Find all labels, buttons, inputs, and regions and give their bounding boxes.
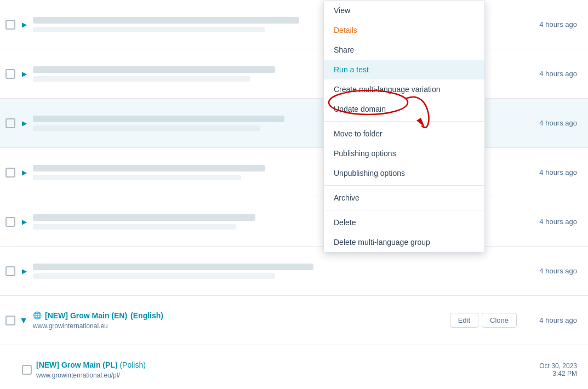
row-checkbox[interactable] xyxy=(5,20,15,30)
table-row: ▶ 4 hours ago xyxy=(0,247,588,296)
menu-item-unpublishing-options[interactable]: Unpublishing options xyxy=(324,163,484,183)
chevron-right-icon[interactable]: ▶ xyxy=(20,267,28,276)
action-buttons: Edit Clone xyxy=(450,313,517,328)
page-url: www.growinternational.eu xyxy=(33,322,443,330)
table-row: ▶ 4 hours ago xyxy=(0,49,588,99)
chevron-right-icon[interactable]: ▶ xyxy=(20,218,28,226)
row-title-blur xyxy=(33,66,275,73)
menu-divider xyxy=(324,185,484,186)
row-title-blur xyxy=(33,116,284,122)
table-row: ▶ 4 hours ago xyxy=(0,148,588,197)
row-checkbox[interactable] xyxy=(5,69,15,79)
time-cell: 4 hours ago xyxy=(517,168,583,176)
chevron-right-icon[interactable]: ▶ xyxy=(20,20,28,29)
table-row: ▶ 4 hours ago xyxy=(0,0,588,49)
time-cell: 4 hours ago xyxy=(517,20,583,28)
page-name-en[interactable]: 🌐 [NEW] Grow Main (EN) (English) xyxy=(33,311,443,320)
menu-item-delete-multi-lang[interactable]: Delete multi-language group xyxy=(324,232,484,252)
table-row: ▶ 4 hours ago xyxy=(0,99,588,148)
edit-button[interactable]: Edit xyxy=(450,313,478,328)
menu-item-create-multi[interactable]: Create multi-language variation xyxy=(324,79,484,99)
menu-item-archive[interactable]: Archive xyxy=(324,188,484,208)
grow-main-en-row: ▶ 🌐 [NEW] Grow Main (EN) (English) www.g… xyxy=(0,296,588,345)
menu-divider xyxy=(324,121,484,122)
page-name-pl[interactable]: [NEW] Grow Main (PL) (Polish) xyxy=(36,361,517,369)
row-title-blur xyxy=(33,165,265,171)
row-checkbox[interactable] xyxy=(5,168,15,178)
table-area: ▶ 4 hours ago ▶ 4 hours ago ▶ xyxy=(0,0,588,389)
row-title-blur xyxy=(33,264,313,270)
page-url-pl: www.growinternational.eu/pl/ xyxy=(36,371,517,379)
row-content: 🌐 [NEW] Grow Main (EN) (English) www.gro… xyxy=(33,311,443,330)
row-content xyxy=(33,264,517,279)
chevron-down-icon[interactable]: ▶ xyxy=(20,316,28,325)
row-subtitle-blur xyxy=(33,175,241,180)
row-subtitle-blur xyxy=(33,273,275,279)
chevron-right-icon[interactable]: ▶ xyxy=(20,168,28,177)
page-container: ▶ 4 hours ago ▶ 4 hours ago ▶ xyxy=(0,0,588,389)
menu-item-publishing-options[interactable]: Publishing options xyxy=(324,144,484,163)
menu-item-update-domain[interactable]: Update domain xyxy=(324,99,484,119)
chevron-right-icon[interactable]: ▶ xyxy=(20,119,28,128)
menu-divider xyxy=(324,210,484,210)
row-content: [NEW] Grow Main (PL) (Polish) www.growin… xyxy=(36,361,517,379)
row-subtitle-blur xyxy=(33,27,265,32)
row-title-blur xyxy=(33,214,255,221)
menu-item-move-to-folder[interactable]: Move to folder xyxy=(324,124,484,144)
row-subtitle-blur xyxy=(33,224,236,230)
row-checkbox[interactable] xyxy=(5,316,15,325)
menu-item-run-a-test[interactable]: Run a test xyxy=(324,60,484,79)
clone-button[interactable]: Clone xyxy=(482,313,517,328)
row-checkbox[interactable] xyxy=(5,266,15,276)
menu-item-details[interactable]: Details xyxy=(324,20,484,40)
time-cell: 4 hours ago xyxy=(517,267,583,275)
context-menu: View Details Share Run a test Create mul… xyxy=(323,0,485,253)
row-subtitle-blur xyxy=(33,125,260,131)
row-checkbox[interactable] xyxy=(22,365,32,375)
row-checkbox[interactable] xyxy=(5,118,15,128)
time-cell: 4 hours ago xyxy=(517,70,583,78)
grow-main-pl-row: [NEW] Grow Main (PL) (Polish) www.growin… xyxy=(0,345,588,389)
menu-item-view[interactable]: View xyxy=(324,1,484,20)
row-subtitle-blur xyxy=(33,76,250,82)
row-title-blur xyxy=(33,17,299,24)
row-checkbox[interactable] xyxy=(5,217,15,227)
menu-item-delete[interactable]: Delete xyxy=(324,213,484,232)
time-cell: 4 hours ago xyxy=(517,316,583,324)
time-cell: 4 hours ago xyxy=(517,119,583,127)
chevron-right-icon[interactable]: ▶ xyxy=(20,70,28,78)
time-cell: 4 hours ago xyxy=(517,218,583,226)
time-cell-pl: Oct 30, 2023 3:42 PM xyxy=(517,362,583,377)
table-row: ▶ 4 hours ago xyxy=(0,197,588,247)
menu-item-share[interactable]: Share xyxy=(324,40,484,60)
